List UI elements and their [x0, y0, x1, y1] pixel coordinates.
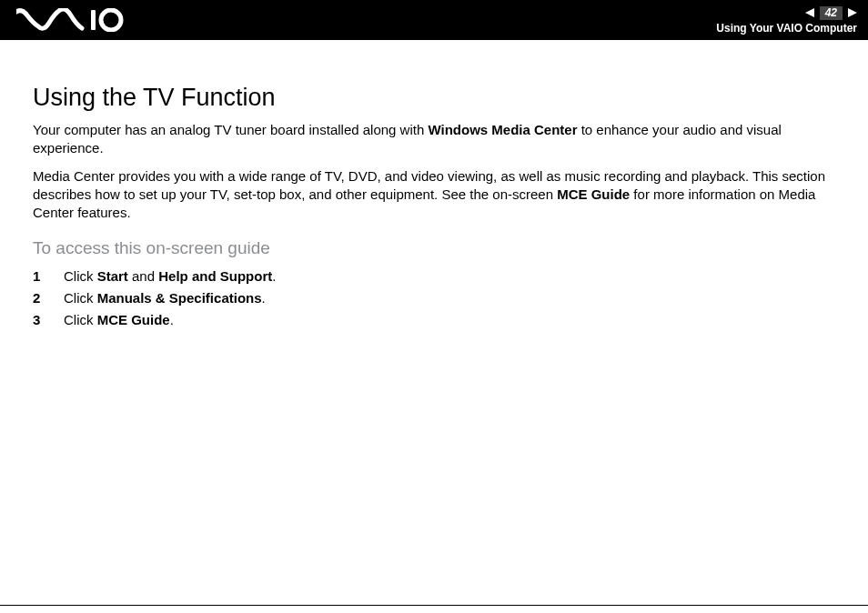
text: . [262, 290, 266, 306]
vaio-logo [16, 8, 126, 32]
prev-page-arrow-icon[interactable] [805, 8, 814, 17]
steps-list: Click Start and Help and Support. Click … [33, 266, 835, 331]
header-bar: 42 Using Your VAIO Computer [0, 0, 868, 40]
svg-point-1 [101, 10, 121, 30]
text: Click [64, 290, 97, 306]
text: Click [64, 312, 97, 327]
svg-marker-2 [805, 8, 814, 17]
next-page-arrow-icon[interactable] [848, 8, 857, 17]
text: . [170, 312, 174, 327]
intro-paragraph-1: Your computer has an analog TV tuner boa… [33, 121, 835, 158]
svg-marker-3 [848, 8, 857, 17]
page-number: 42 [820, 6, 843, 20]
page-content: Using the TV Function Your computer has … [0, 40, 868, 331]
bold-text: MCE Guide [97, 312, 170, 327]
bold-text: Manuals & Specifications [97, 290, 262, 306]
document-page: 42 Using Your VAIO Computer Using the TV… [0, 0, 868, 613]
bold-text: Windows Media Center [428, 122, 577, 137]
bold-text: Start [97, 268, 128, 284]
text: . [272, 268, 276, 284]
footer-rule [0, 605, 868, 606]
header-right: 42 Using Your VAIO Computer [716, 6, 857, 35]
text: Click [64, 268, 97, 284]
bold-text: Help and Support [158, 268, 272, 284]
page-nav: 42 [805, 6, 857, 20]
text: and [128, 268, 158, 284]
bold-text: MCE Guide [557, 186, 630, 202]
text: Your computer has an analog TV tuner boa… [33, 122, 428, 137]
subheading: To access this on-screen guide [33, 238, 835, 258]
step-item: Click Start and Help and Support. [33, 266, 835, 287]
section-title: Using Your VAIO Computer [716, 20, 857, 35]
step-item: Click MCE Guide. [33, 309, 835, 331]
page-title: Using the TV Function [33, 84, 835, 112]
vaio-logo-icon [16, 8, 126, 32]
svg-rect-0 [91, 10, 96, 30]
step-item: Click Manuals & Specifications. [33, 287, 835, 309]
intro-paragraph-2: Media Center provides you with a wide ra… [33, 167, 835, 223]
